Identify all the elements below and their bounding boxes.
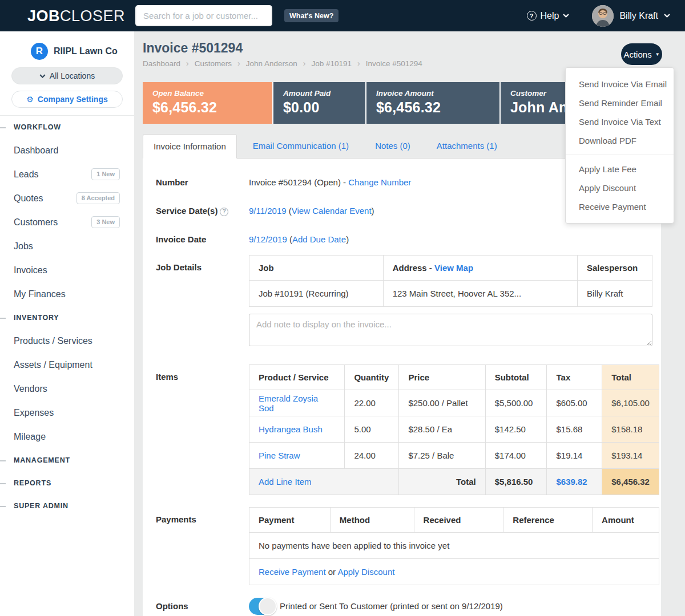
payments-header-payment: Payment [249,508,331,533]
user-menu[interactable]: Billy Kraft [592,5,670,27]
chevron-down-icon [39,74,46,78]
avatar-portrait-icon [592,5,614,27]
view-calendar-event-link[interactable]: View Calendar Event [292,206,372,216]
invoice-date-link[interactable]: 9/12/2019 [249,234,287,244]
app-logo[interactable]: JOBCLOSER [27,7,125,25]
help-menu[interactable]: ? Help [527,11,570,21]
tab-email-communication[interactable]: Email Communication (1) [243,133,359,158]
add-line-item-link[interactable]: Add Line Item [259,477,312,487]
tab-notes[interactable]: Notes (0) [365,133,421,158]
stat-open-balance: Open Balance $6,456.32 [143,82,273,124]
menu-item-send-reminder-email[interactable]: Send Reminder Email [566,94,674,112]
company-settings-label: Company Settings [38,95,108,104]
help-icon: ? [527,11,537,21]
menu-item-apply-late-fee[interactable]: Apply Late Fee [566,160,674,179]
stat-value: $6,456.32 [376,99,490,116]
item-row: Pine Straw 24.00 $7.25 / Bale $174.00 $1… [249,443,659,469]
breadcrumb-job[interactable]: Job #10191 [311,59,352,68]
view-map-link[interactable]: View Map [434,263,473,273]
footer-tax-link[interactable]: $639.82 [556,477,587,487]
sidebar-item-customers[interactable]: Customers3 New [0,210,134,234]
section-dash-icon [0,506,6,507]
receive-payment-link[interactable]: Receive Payment [259,567,326,577]
menu-item-send-invoice-via-text[interactable]: Send Invoice Via Text [566,112,674,131]
stat-invoice-amount: Invoice Amount $6,456.32 [366,82,501,124]
breadcrumb-dashboard[interactable]: Dashboard [143,59,180,68]
service-date-link[interactable]: 9/11/2019 [249,206,287,216]
job-table: Job Address - View Map Salesperson Job #… [249,255,652,307]
add-due-date-link[interactable]: Add Due Date [292,234,346,244]
sidebar-item-vendors[interactable]: Vendors [0,377,134,401]
items-label: Items [143,364,249,495]
menu-item-download-pdf[interactable]: Download PDF [566,131,674,150]
total-label: Total [399,469,485,495]
sidebar: R RIIPL Lawn Co All Locations ⚙ Company … [0,31,134,616]
item-total-cell: $6,105.00 [602,390,659,416]
item-row: Emerald Zoysia Sod 22.00 $250.00 / Palle… [249,390,659,416]
item-total-cell: $158.18 [602,416,659,443]
stat-value: $6,456.32 [152,99,263,116]
invoice-note-input[interactable] [249,314,652,346]
whats-new-button[interactable]: What's New? [284,9,339,22]
stat-label: Amount Paid [283,89,356,98]
sidebar-item-expenses[interactable]: Expenses [0,401,134,425]
payments-header-method: Method [330,508,414,533]
item-price-cell: $7.25 / Bale [399,443,485,469]
user-avatar [592,5,614,27]
company-logo-icon: R [31,43,48,60]
sidebar-item-products-services[interactable]: Products / Services [0,329,134,353]
tab-invoice-information[interactable]: Invoice Information [143,134,237,159]
actions-label: Actions [623,50,651,59]
sidebar-item-assets-equipment[interactable]: Assets / Equipment [0,353,134,377]
item-name-link[interactable]: Emerald Zoysia Sod [259,394,318,413]
invoice-date-value: 9/12/2019 (Add Due Date) [249,231,349,248]
breadcrumb: Dashboard › Customers › John Anderson › … [143,59,422,68]
company-settings-button[interactable]: ⚙ Company Settings [11,91,123,108]
sidebar-item-mileage[interactable]: Mileage [0,425,134,449]
customers-badge: 3 New [91,216,120,228]
sidebar-section-management[interactable]: MANAGEMENT [0,449,134,472]
change-number-link[interactable]: Change Number [348,177,411,187]
items-header-quantity: Quantity [345,365,399,390]
sidebar-section-super-admin[interactable]: SUPER ADMIN [0,495,134,517]
tab-attachments[interactable]: Attachments (1) [426,133,507,158]
section-dash-icon [0,460,6,461]
item-tax-cell: $605.00 [547,390,602,416]
item-name-link[interactable]: Hydrangea Bush [259,424,323,434]
help-question-icon[interactable]: ? [220,208,228,216]
sidebar-item-dashboard[interactable]: Dashboard [0,139,134,163]
payments-label: Payments [143,507,249,585]
menu-item-receive-payment[interactable]: Receive Payment [566,197,674,216]
breadcrumb-customer-name[interactable]: John Anderson [246,59,297,68]
breadcrumb-invoice: Invoice #501294 [366,59,422,68]
paren-close: ) [346,234,349,244]
all-locations-selector[interactable]: All Locations [11,67,123,84]
actions-button[interactable]: Actions ▼ [621,43,662,65]
service-date-label: Service Date(s)? [143,202,249,220]
item-name-link[interactable]: Pine Straw [259,451,300,460]
user-name: Billy Kraft [619,11,658,21]
sidebar-section-inventory[interactable]: INVENTORY [0,306,134,329]
sidebar-item-jobs[interactable]: Jobs [0,234,134,258]
logo-light: CLOSER [60,7,125,25]
service-date-value: 9/11/2019 (View Calendar Event) [249,202,374,220]
job-details-label: Job Details [143,255,249,348]
search-input[interactable] [135,5,272,26]
item-tax-cell: $19.14 [547,443,602,469]
sidebar-item-leads[interactable]: Leads1 New [0,163,134,187]
menu-item-apply-discount[interactable]: Apply Discount [566,179,674,197]
item-price-cell: $250.00 / Pallet [399,390,485,416]
logo-bold: JOB [27,7,60,25]
payments-empty-text: No payments have been applied to this in… [249,533,659,559]
apply-discount-link[interactable]: Apply Discount [337,567,394,577]
sidebar-section-reports[interactable]: REPORTS [0,472,134,495]
sidebar-section-workflow[interactable]: WORKFLOW [0,116,134,139]
payments-empty-row: No payments have been applied to this in… [249,533,659,559]
sidebar-item-quotes[interactable]: Quotes8 Accepted [0,187,134,210]
printed-sent-toggle[interactable] [249,598,275,615]
breadcrumb-customers[interactable]: Customers [195,59,232,68]
menu-item-send-invoice-via-email[interactable]: Send Invoice Via Email [566,75,674,94]
sidebar-item-invoices[interactable]: Invoices [0,258,134,282]
leads-badge: 1 New [91,168,120,180]
sidebar-item-my-finances[interactable]: My Finances [0,282,134,306]
